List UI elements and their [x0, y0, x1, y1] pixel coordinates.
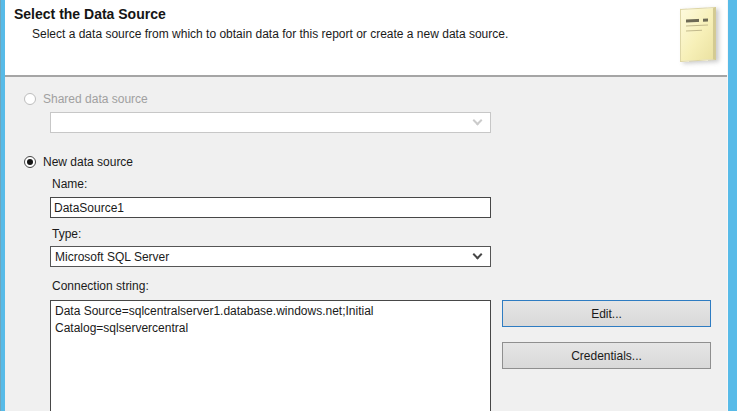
- chevron-down-icon: [473, 116, 483, 126]
- report-icon-line: [686, 30, 702, 32]
- page-title: Select the Data Source: [14, 6, 166, 22]
- name-input[interactable]: [50, 197, 491, 218]
- page-subtitle: Select a data source from which to obtai…: [32, 27, 508, 41]
- connection-string-textarea[interactable]: Data Source=sqlcentralserver1.database.w…: [50, 300, 491, 411]
- shared-data-source-radio[interactable]: [24, 93, 36, 105]
- report-icon-line: [686, 24, 708, 26]
- window-right-border: [727, 0, 737, 411]
- select-data-source-wizard-page: Select the Data Source Select a data sou…: [0, 0, 737, 411]
- new-data-source-radio[interactable]: [24, 156, 36, 168]
- window-left-border: [0, 0, 5, 411]
- shared-data-source-dropdown[interactable]: [50, 112, 491, 133]
- shared-data-source-label: Shared data source: [43, 92, 148, 106]
- report-document-icon: [680, 7, 716, 62]
- report-icon-line: [686, 18, 708, 22]
- connection-string-label: Connection string:: [52, 279, 149, 293]
- name-label: Name:: [52, 177, 87, 191]
- chevron-down-icon: [473, 250, 483, 260]
- type-label: Type:: [52, 227, 81, 241]
- type-dropdown[interactable]: Microsoft SQL Server: [50, 246, 491, 267]
- new-data-source-label: New data source: [43, 155, 133, 169]
- type-dropdown-value: Microsoft SQL Server: [55, 250, 169, 264]
- edit-button[interactable]: Edit...: [502, 300, 711, 327]
- header-divider: [0, 75, 737, 77]
- wizard-header: Select the Data Source Select a data sou…: [0, 0, 737, 75]
- credentials-button[interactable]: Credentials...: [502, 342, 711, 369]
